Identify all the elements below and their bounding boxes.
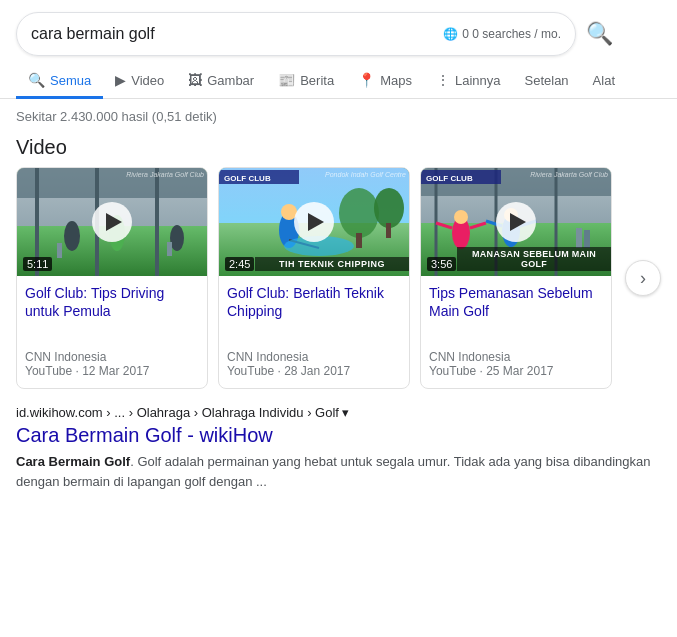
- play-triangle-2: [308, 213, 324, 231]
- berita-icon: 📰: [278, 72, 295, 88]
- tab-video-label: Video: [131, 73, 164, 88]
- video-info-2: Golf Club: Berlatih Teknik Chipping CNN …: [219, 276, 409, 388]
- snippet-bold: Cara Bermain Golf: [16, 454, 130, 469]
- svg-point-6: [64, 221, 80, 251]
- tab-semua-label: Semua: [50, 73, 91, 88]
- video-label-overlay-3: MANASAN SEBELUM MAIN GOLF: [457, 247, 611, 271]
- source-detail-3: YouTube · 25 Mar 2017: [429, 364, 603, 378]
- tab-gambar[interactable]: 🖼 Gambar: [176, 64, 266, 99]
- tab-berita-label: Berita: [300, 73, 334, 88]
- result-title[interactable]: Cara Bermain Golf - wikiHow: [16, 422, 661, 448]
- breadcrumb-text: id.wikihow.com › ... › Olahraga › Olahra…: [16, 405, 339, 420]
- chevron-right-icon: ›: [640, 268, 646, 289]
- tab-lainnya-label: Lainnya: [455, 73, 501, 88]
- source-name-2: CNN Indonesia: [227, 350, 401, 364]
- semua-icon: 🔍: [28, 72, 45, 88]
- search-meta: 🌐 0 0 searches / mo.: [443, 27, 561, 41]
- svg-rect-38: [584, 230, 590, 248]
- play-triangle-1: [106, 213, 122, 231]
- tab-alat-label: Alat: [593, 73, 615, 88]
- organic-result-1: id.wikihow.com › ... › Olahraga › Olahra…: [0, 389, 677, 491]
- tab-setelan-label: Setelan: [525, 73, 569, 88]
- video-thumbnail-3: GOLF CLUB Riviera Jakarta Golf Club 3:56…: [421, 168, 611, 276]
- tab-berita[interactable]: 📰 Berita: [266, 64, 346, 99]
- source-name-3: CNN Indonesia: [429, 350, 603, 364]
- video-icon: ▶: [115, 72, 126, 88]
- play-triangle-3: [510, 213, 526, 231]
- svg-point-13: [339, 188, 379, 238]
- tab-maps[interactable]: 📍 Maps: [346, 64, 424, 99]
- video-duration-2: 2:45: [225, 257, 254, 271]
- video-title-2[interactable]: Golf Club: Berlatih Teknik Chipping: [227, 284, 401, 320]
- next-arrow[interactable]: ›: [625, 260, 661, 296]
- video-title-1[interactable]: Golf Club: Tips Driving untuk Pemula: [25, 284, 199, 320]
- svg-text:GOLF CLUB: GOLF CLUB: [426, 174, 473, 183]
- search-bar: 🌐 0 0 searches / mo.: [16, 12, 576, 56]
- svg-rect-16: [386, 223, 391, 238]
- nav-tabs: 🔍 Semua ▶ Video 🖼 Gambar 📰 Berita 📍 Maps…: [0, 56, 677, 99]
- video-section-title: Video: [0, 130, 677, 167]
- video-watermark-2: Pondok Indah Golf Centre: [325, 171, 406, 179]
- video-watermark-3: Riviera Jakarta Golf Club: [530, 171, 608, 179]
- video-source-1: CNN Indonesia YouTube · 12 Mar 2017: [25, 350, 199, 378]
- source-detail-1: YouTube · 12 Mar 2017: [25, 364, 199, 378]
- source-detail-2: YouTube · 28 Jan 2017: [227, 364, 401, 378]
- video-source-3: CNN Indonesia YouTube · 25 Mar 2017: [429, 350, 603, 378]
- video-card-3[interactable]: GOLF CLUB Riviera Jakarta Golf Club 3:56…: [420, 167, 612, 389]
- play-button-1[interactable]: [92, 202, 132, 242]
- source-name-1: CNN Indonesia: [25, 350, 199, 364]
- svg-rect-9: [57, 243, 62, 258]
- search-count: 0 0 searches / mo.: [462, 27, 561, 41]
- breadcrumb: id.wikihow.com › ... › Olahraga › Olahra…: [16, 405, 661, 420]
- maps-icon: 📍: [358, 72, 375, 88]
- search-button[interactable]: 🔍: [586, 21, 613, 47]
- video-info-3: Tips Pemanasan Sebelum Main Golf CNN Ind…: [421, 276, 611, 388]
- results-info: Sekitar 2.430.000 hasil (0,51 detik): [0, 99, 677, 130]
- tab-gambar-label: Gambar: [207, 73, 254, 88]
- tab-setelan[interactable]: Setelan: [513, 65, 581, 99]
- video-label-overlay-2: TIH TEKNIK CHIPPING: [255, 257, 409, 271]
- globe-icon: 🌐: [443, 27, 458, 41]
- svg-rect-37: [576, 228, 582, 248]
- video-info-1: Golf Club: Tips Driving untuk Pemula CNN…: [17, 276, 207, 388]
- result-snippet: Cara Bermain Golf. Golf adalah permainan…: [16, 452, 661, 491]
- svg-rect-14: [356, 233, 362, 248]
- video-duration-1: 5:11: [23, 257, 52, 271]
- tab-video[interactable]: ▶ Video: [103, 64, 176, 99]
- video-duration-3: 3:56: [427, 257, 456, 271]
- video-card-1[interactable]: Riviera Jakarta Golf Club 5:11 Golf Club…: [16, 167, 208, 389]
- video-title-3[interactable]: Tips Pemanasan Sebelum Main Golf: [429, 284, 603, 320]
- tab-alat[interactable]: Alat: [581, 65, 627, 99]
- svg-text:GOLF CLUB: GOLF CLUB: [224, 174, 271, 183]
- lainnya-icon: ⋮: [436, 72, 450, 88]
- search-bar-container: 🌐 0 0 searches / mo. 🔍: [0, 0, 677, 56]
- video-thumbnail-2: GOLF CLUB Pondok Indah Golf Centre 2:45 …: [219, 168, 409, 276]
- video-watermark-1: Riviera Jakarta Golf Club: [126, 171, 204, 179]
- video-cards-list: Riviera Jakarta Golf Club 5:11 Golf Club…: [16, 167, 617, 389]
- svg-point-8: [170, 225, 184, 251]
- svg-rect-10: [167, 242, 172, 256]
- breadcrumb-dropdown-icon[interactable]: ▾: [342, 405, 349, 420]
- video-thumbnail-1: Riviera Jakarta Golf Club 5:11: [17, 168, 207, 276]
- tab-maps-label: Maps: [380, 73, 412, 88]
- video-card-2[interactable]: GOLF CLUB Pondok Indah Golf Centre 2:45 …: [218, 167, 410, 389]
- search-input[interactable]: [31, 25, 435, 43]
- tab-semua[interactable]: 🔍 Semua: [16, 64, 103, 99]
- video-source-2: CNN Indonesia YouTube · 28 Jan 2017: [227, 350, 401, 378]
- svg-point-15: [374, 188, 404, 228]
- play-button-2[interactable]: [294, 202, 334, 242]
- play-button-3[interactable]: [496, 202, 536, 242]
- tab-lainnya[interactable]: ⋮ Lainnya: [424, 64, 513, 99]
- gambar-icon: 🖼: [188, 72, 202, 88]
- svg-point-30: [454, 210, 468, 224]
- video-cards-wrapper: Riviera Jakarta Golf Club 5:11 Golf Club…: [0, 167, 677, 389]
